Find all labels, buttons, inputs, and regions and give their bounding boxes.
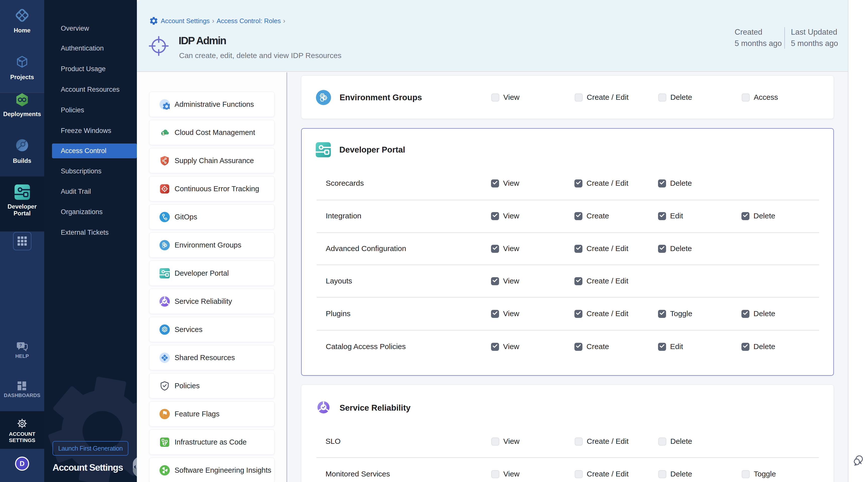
svg-text:$: $ — [162, 131, 164, 135]
svg-text:?: ? — [19, 343, 22, 348]
